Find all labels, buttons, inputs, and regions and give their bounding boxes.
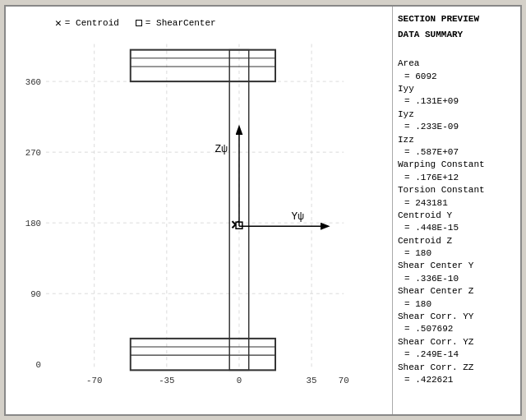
data-value-0: = 6092	[398, 71, 515, 83]
svg-rect-18	[131, 49, 275, 81]
section-diagram: 360 270 180 90 0 -70 -35 0 35 70	[6, 7, 392, 414]
svg-text:360: 360	[25, 77, 41, 87]
svg-text:0: 0	[237, 375, 242, 385]
panel-title-line1: SECTION PREVIEW	[398, 13, 515, 25]
data-label-3: Izz	[398, 134, 515, 146]
data-value-9: = 180	[398, 298, 515, 311]
svg-text:70: 70	[339, 375, 349, 385]
data-value-8: = .336E-10	[398, 273, 515, 285]
data-value-6: = .448E-15	[398, 222, 515, 234]
svg-rect-20	[131, 338, 275, 369]
data-value-5: = 243181	[398, 197, 515, 210]
svg-text:-35: -35	[159, 375, 174, 385]
data-label-5: Torsion Constant	[398, 184, 515, 196]
svg-text:0: 0	[36, 360, 41, 370]
data-value-7: = 180	[398, 247, 515, 260]
data-value-2: = .233E-09	[398, 121, 515, 133]
data-label-12: Shear Corr. ZZ	[398, 362, 515, 374]
svg-text:-70: -70	[86, 375, 102, 385]
svg-text:180: 180	[25, 219, 41, 228]
svg-text:35: 35	[307, 375, 317, 385]
data-label-2: Iyz	[398, 108, 515, 121]
data-value-4: = .176E+12	[398, 172, 515, 184]
data-label-6: Centroid Y	[398, 210, 515, 222]
data-label-10: Shear Corr. YY	[398, 311, 515, 323]
canvas-area: ✕ = Centroid = ShearCenter 360 270 180	[6, 7, 393, 414]
data-value-12: = .422621	[398, 374, 515, 386]
data-value-11: = .249E-14	[398, 348, 515, 361]
data-label-8: Shear Center Y	[398, 260, 515, 272]
data-value-1: = .131E+09	[398, 95, 515, 108]
data-label-0: Area	[398, 58, 515, 70]
data-value-3: = .587E+07	[398, 146, 515, 159]
data-label-7: Centroid Z	[398, 235, 515, 247]
svg-text:270: 270	[25, 148, 41, 158]
data-label-4: Warping Constant	[398, 159, 515, 171]
svg-text:Yψ: Yψ	[292, 210, 304, 222]
data-label-9: Shear Center Z	[398, 285, 515, 298]
data-panel: SECTION PREVIEW DATA SUMMARY Area = 6092…	[393, 7, 520, 414]
svg-text:90: 90	[30, 289, 41, 299]
data-value-10: = .507692	[398, 323, 515, 335]
data-label-11: Shear Corr. YZ	[398, 336, 515, 348]
panel-title-line2: DATA SUMMARY	[398, 29, 515, 41]
data-label-1: Iyy	[398, 83, 515, 95]
svg-text:Zψ: Zψ	[215, 142, 228, 155]
main-window: ✕ = Centroid = ShearCenter 360 270 180	[4, 5, 522, 416]
